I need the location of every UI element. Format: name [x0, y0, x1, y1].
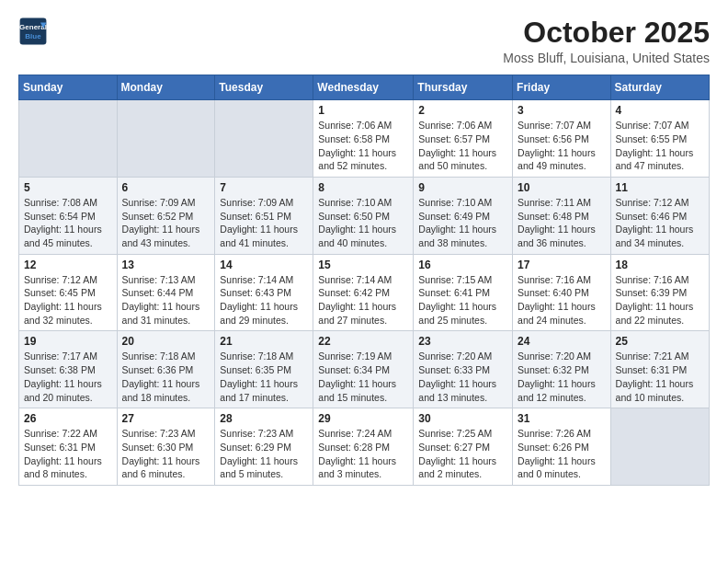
location: Moss Bluff, Louisiana, United States [503, 51, 710, 65]
day-number: 17 [518, 259, 606, 271]
day-number: 19 [24, 335, 112, 348]
day-number: 14 [220, 259, 308, 271]
day-info: Sunrise: 7:10 AMSunset: 6:49 PMDaylight:… [418, 196, 507, 250]
day-number: 10 [518, 181, 606, 194]
day-info: Sunrise: 7:22 AMSunset: 6:31 PMDaylight:… [24, 427, 112, 481]
calendar-week-row: 12Sunrise: 7:12 AMSunset: 6:45 PMDayligh… [19, 254, 710, 331]
table-row: 14Sunrise: 7:14 AMSunset: 6:43 PMDayligh… [215, 254, 313, 331]
calendar-header-row: Sunday Monday Tuesday Wednesday Thursday… [19, 75, 710, 100]
table-row: 7Sunrise: 7:09 AMSunset: 6:51 PMDaylight… [215, 177, 313, 254]
day-number: 4 [616, 104, 704, 117]
day-info: Sunrise: 7:12 AMSunset: 6:46 PMDaylight:… [616, 196, 704, 250]
day-info: Sunrise: 7:23 AMSunset: 6:29 PMDaylight:… [220, 427, 308, 481]
table-row: 1Sunrise: 7:06 AMSunset: 6:58 PMDaylight… [313, 100, 414, 178]
day-info: Sunrise: 7:26 AMSunset: 6:26 PMDaylight:… [518, 427, 606, 481]
table-row: 18Sunrise: 7:16 AMSunset: 6:39 PMDayligh… [610, 254, 709, 331]
day-info: Sunrise: 7:11 AMSunset: 6:48 PMDaylight:… [518, 196, 606, 250]
day-number: 30 [418, 412, 507, 425]
day-info: Sunrise: 7:10 AMSunset: 6:50 PMDaylight:… [318, 196, 408, 250]
table-row: 16Sunrise: 7:15 AMSunset: 6:41 PMDayligh… [414, 254, 513, 331]
calendar-week-row: 1Sunrise: 7:06 AMSunset: 6:58 PMDaylight… [19, 100, 710, 178]
col-monday: Monday [117, 75, 215, 100]
calendar-week-row: 19Sunrise: 7:17 AMSunset: 6:38 PMDayligh… [19, 331, 710, 408]
table-row: 4Sunrise: 7:07 AMSunset: 6:55 PMDaylight… [610, 100, 709, 178]
logo-icon: General Blue [18, 17, 48, 46]
table-row: 19Sunrise: 7:17 AMSunset: 6:38 PMDayligh… [19, 331, 118, 408]
day-info: Sunrise: 7:24 AMSunset: 6:28 PMDaylight:… [318, 427, 408, 481]
table-row: 5Sunrise: 7:08 AMSunset: 6:54 PMDaylight… [19, 177, 118, 254]
day-info: Sunrise: 7:09 AMSunset: 6:51 PMDaylight:… [220, 196, 308, 250]
day-info: Sunrise: 7:16 AMSunset: 6:40 PMDaylight:… [518, 273, 606, 327]
table-row: 23Sunrise: 7:20 AMSunset: 6:33 PMDayligh… [414, 331, 513, 408]
col-friday: Friday [513, 75, 611, 100]
day-info: Sunrise: 7:20 AMSunset: 6:33 PMDaylight:… [418, 350, 507, 404]
col-thursday: Thursday [414, 75, 513, 100]
table-row: 28Sunrise: 7:23 AMSunset: 6:29 PMDayligh… [215, 408, 313, 486]
day-number: 31 [518, 412, 606, 425]
day-info: Sunrise: 7:07 AMSunset: 6:55 PMDaylight:… [616, 119, 704, 173]
day-info: Sunrise: 7:21 AMSunset: 6:31 PMDaylight:… [616, 350, 704, 404]
day-info: Sunrise: 7:23 AMSunset: 6:30 PMDaylight:… [122, 427, 210, 481]
table-row: 10Sunrise: 7:11 AMSunset: 6:48 PMDayligh… [513, 177, 611, 254]
header: General Blue October 2025 Moss Bluff, Lo… [18, 17, 710, 65]
table-row: 17Sunrise: 7:16 AMSunset: 6:40 PMDayligh… [513, 254, 611, 331]
day-info: Sunrise: 7:13 AMSunset: 6:44 PMDaylight:… [122, 273, 210, 327]
table-row: 21Sunrise: 7:18 AMSunset: 6:35 PMDayligh… [215, 331, 313, 408]
day-number: 18 [616, 259, 704, 271]
day-info: Sunrise: 7:18 AMSunset: 6:35 PMDaylight:… [220, 350, 308, 404]
table-row: 20Sunrise: 7:18 AMSunset: 6:36 PMDayligh… [117, 331, 215, 408]
col-tuesday: Tuesday [215, 75, 313, 100]
table-row: 6Sunrise: 7:09 AMSunset: 6:52 PMDaylight… [117, 177, 215, 254]
day-info: Sunrise: 7:06 AMSunset: 6:58 PMDaylight:… [318, 119, 408, 173]
col-saturday: Saturday [610, 75, 709, 100]
table-row: 9Sunrise: 7:10 AMSunset: 6:49 PMDaylight… [414, 177, 513, 254]
svg-text:Blue: Blue [25, 32, 41, 40]
table-row: 24Sunrise: 7:20 AMSunset: 6:32 PMDayligh… [513, 331, 611, 408]
day-number: 16 [418, 259, 507, 271]
day-number: 13 [122, 259, 210, 271]
day-info: Sunrise: 7:15 AMSunset: 6:41 PMDaylight:… [418, 273, 507, 327]
table-row: 27Sunrise: 7:23 AMSunset: 6:30 PMDayligh… [117, 408, 215, 486]
day-number: 15 [318, 259, 408, 271]
table-row: 8Sunrise: 7:10 AMSunset: 6:50 PMDaylight… [313, 177, 414, 254]
day-number: 9 [418, 181, 507, 194]
day-number: 7 [220, 181, 308, 194]
table-row [610, 408, 709, 486]
table-row: 31Sunrise: 7:26 AMSunset: 6:26 PMDayligh… [513, 408, 611, 486]
table-row [215, 100, 313, 178]
calendar-week-row: 5Sunrise: 7:08 AMSunset: 6:54 PMDaylight… [19, 177, 710, 254]
col-sunday: Sunday [19, 75, 118, 100]
col-wednesday: Wednesday [313, 75, 414, 100]
day-info: Sunrise: 7:07 AMSunset: 6:56 PMDaylight:… [518, 119, 606, 173]
day-number: 20 [122, 335, 210, 348]
day-info: Sunrise: 7:18 AMSunset: 6:36 PMDaylight:… [122, 350, 210, 404]
table-row: 13Sunrise: 7:13 AMSunset: 6:44 PMDayligh… [117, 254, 215, 331]
table-row: 26Sunrise: 7:22 AMSunset: 6:31 PMDayligh… [19, 408, 118, 486]
table-row: 25Sunrise: 7:21 AMSunset: 6:31 PMDayligh… [610, 331, 709, 408]
day-info: Sunrise: 7:14 AMSunset: 6:42 PMDaylight:… [318, 273, 408, 327]
day-number: 8 [318, 181, 408, 194]
table-row: 30Sunrise: 7:25 AMSunset: 6:27 PMDayligh… [414, 408, 513, 486]
day-info: Sunrise: 7:19 AMSunset: 6:34 PMDaylight:… [318, 350, 408, 404]
table-row: 11Sunrise: 7:12 AMSunset: 6:46 PMDayligh… [610, 177, 709, 254]
day-number: 3 [518, 104, 606, 117]
day-info: Sunrise: 7:25 AMSunset: 6:27 PMDaylight:… [418, 427, 507, 481]
table-row: 22Sunrise: 7:19 AMSunset: 6:34 PMDayligh… [313, 331, 414, 408]
month-title: October 2025 [503, 17, 710, 49]
page: General Blue October 2025 Moss Bluff, Lo… [0, 0, 728, 563]
logo: General Blue [18, 17, 51, 46]
day-number: 12 [24, 259, 112, 271]
day-number: 1 [318, 104, 408, 117]
day-number: 21 [220, 335, 308, 348]
day-info: Sunrise: 7:09 AMSunset: 6:52 PMDaylight:… [122, 196, 210, 250]
day-info: Sunrise: 7:06 AMSunset: 6:57 PMDaylight:… [418, 119, 507, 173]
day-number: 11 [616, 181, 704, 194]
day-info: Sunrise: 7:16 AMSunset: 6:39 PMDaylight:… [616, 273, 704, 327]
calendar-week-row: 26Sunrise: 7:22 AMSunset: 6:31 PMDayligh… [19, 408, 710, 486]
day-number: 22 [318, 335, 408, 348]
day-number: 2 [418, 104, 507, 117]
table-row: 3Sunrise: 7:07 AMSunset: 6:56 PMDaylight… [513, 100, 611, 178]
day-info: Sunrise: 7:17 AMSunset: 6:38 PMDaylight:… [24, 350, 112, 404]
table-row: 29Sunrise: 7:24 AMSunset: 6:28 PMDayligh… [313, 408, 414, 486]
table-row: 12Sunrise: 7:12 AMSunset: 6:45 PMDayligh… [19, 254, 118, 331]
